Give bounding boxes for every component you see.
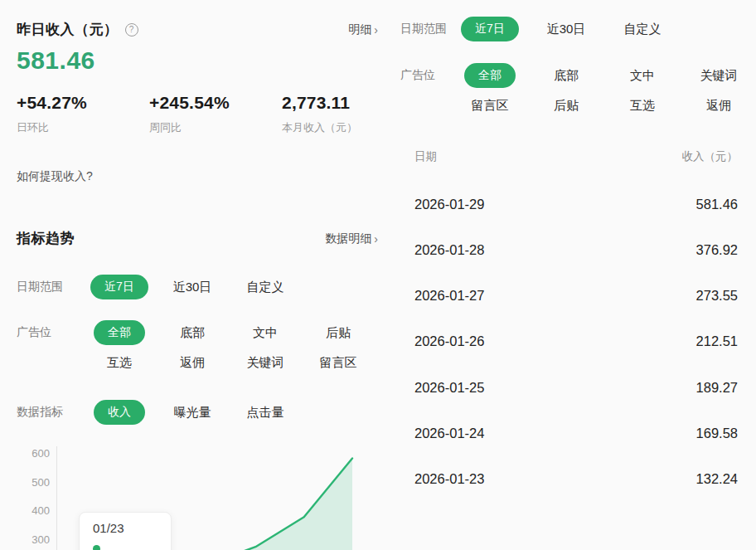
yesterday-income-title: 昨日收入（元） — [17, 20, 119, 39]
revenue-panel: 昨日收入（元） ? 明细 › 581.46 +54.27% 日环比 +245.5… — [0, 0, 381, 550]
option-last30days[interactable]: 近30日 — [547, 22, 586, 37]
filter-options: 全部 底部 文中 关键词 — [452, 63, 756, 88]
table-row[interactable]: 2026-01-23 132.24 — [414, 471, 738, 487]
filter-date-range: 日期范围 近7日 近30日 自定义 — [400, 17, 681, 41]
option-keyword[interactable]: 关键词 — [700, 68, 738, 84]
filter-ad-slot: 广告位 全部 底部 文中 后贴 — [17, 320, 375, 345]
cell-date: 2026-01-23 — [414, 471, 484, 487]
stat-week-over-week: +245.54% 周同比 — [149, 93, 282, 135]
option-all[interactable]: 全部 — [464, 63, 516, 88]
trend-chart[interactable]: 600 500 400 300 01/23 — [0, 438, 381, 550]
option-last7days[interactable]: 近7日 — [90, 275, 148, 299]
cell-income: 212.51 — [696, 333, 738, 349]
table-row[interactable]: 2026-01-26 212.51 — [414, 333, 738, 349]
cell-date: 2026-01-25 — [414, 380, 484, 396]
table-row[interactable]: 2026-01-27 273.55 — [414, 288, 738, 304]
stat-label: 周同比 — [149, 120, 282, 135]
column-header-date: 日期 — [414, 149, 437, 164]
stat-value: +245.54% — [149, 93, 282, 113]
cell-date: 2026-01-24 — [414, 426, 484, 441]
trend-title: 指标趋势 — [17, 229, 75, 248]
option-rebate[interactable]: 返佣 — [706, 98, 731, 114]
option-in-text[interactable]: 文中 — [630, 68, 655, 84]
yesterday-income-amount: 581.46 — [17, 46, 95, 75]
income-detail-panel: 日期范围 近7日 近30日 自定义 广告位 全部 底部 文中 关键词 留言区 后… — [381, 0, 756, 550]
option-bottom[interactable]: 底部 — [180, 325, 205, 341]
option-mutual[interactable]: 互选 — [630, 98, 655, 114]
option-last7days[interactable]: 近7日 — [461, 17, 519, 41]
filter-ad-slot-row2: 留言区 后贴 互选 返佣 — [452, 98, 756, 114]
how-to-withdraw-link[interactable]: 如何提现收入? — [17, 169, 93, 184]
filter-options: 近7日 近30日 自定义 — [83, 275, 302, 299]
table-row[interactable]: 2026-01-24 169.58 — [414, 426, 738, 441]
filter-label: 广告位 — [17, 325, 83, 340]
option-in-text[interactable]: 文中 — [253, 325, 278, 341]
option-mutual[interactable]: 互选 — [107, 355, 132, 371]
chevron-right-icon: › — [374, 232, 378, 246]
table-row[interactable]: 2026-01-25 189.27 — [414, 380, 738, 396]
filter-options: 收入 曝光量 点击量 — [83, 400, 302, 425]
filter-metric: 数据指标 收入 曝光量 点击量 — [17, 400, 302, 425]
income-detail-link[interactable]: 明细 — [348, 22, 371, 37]
filter-label: 广告位 — [400, 68, 452, 83]
yesterday-income-header: 昨日收入（元） ? 明细 › — [17, 20, 378, 39]
cell-date: 2026-01-26 — [414, 333, 484, 349]
option-keyword[interactable]: 关键词 — [247, 355, 284, 371]
option-post-roll[interactable]: 后贴 — [554, 98, 579, 114]
cell-income: 581.46 — [696, 197, 738, 212]
stat-value: 2,773.11 — [282, 93, 373, 113]
option-income[interactable]: 收入 — [94, 400, 145, 425]
filter-options: 近7日 近30日 自定义 — [452, 17, 681, 41]
filter-ad-slot: 广告位 全部 底部 文中 关键词 — [400, 63, 756, 88]
stat-label: 日环比 — [17, 120, 149, 135]
option-impressions[interactable]: 曝光量 — [174, 405, 211, 421]
filter-ad-slot-row2: 互选 返佣 关键词 留言区 — [83, 355, 375, 371]
trend-header: 指标趋势 数据明细 › — [17, 229, 378, 248]
option-all[interactable]: 全部 — [94, 320, 145, 345]
chevron-right-icon: › — [374, 23, 378, 37]
table-row[interactable]: 2026-01-29 581.46 — [414, 197, 738, 212]
column-header-income: 收入（元） — [682, 149, 739, 164]
cell-date: 2026-01-29 — [414, 197, 484, 212]
option-post-roll[interactable]: 后贴 — [326, 325, 351, 341]
trend-data-detail-link[interactable]: 数据明细 — [325, 231, 371, 246]
option-comments[interactable]: 留言区 — [472, 98, 509, 114]
cell-date: 2026-01-28 — [414, 242, 484, 258]
option-custom[interactable]: 自定义 — [247, 280, 284, 295]
table-row[interactable]: 2026-01-28 376.92 — [414, 242, 738, 258]
filter-label: 数据指标 — [17, 405, 83, 420]
cell-date: 2026-01-27 — [414, 288, 484, 304]
cell-income: 189.27 — [696, 380, 738, 396]
help-icon[interactable]: ? — [125, 23, 138, 37]
filter-options: 全部 底部 文中 后贴 — [83, 320, 375, 345]
stat-month-income: 2,773.11 本月收入（元） — [282, 93, 373, 135]
option-comments[interactable]: 留言区 — [320, 355, 357, 371]
option-clicks[interactable]: 点击量 — [247, 405, 284, 421]
stat-label: 本月收入（元） — [282, 120, 373, 135]
tooltip-series-dot — [93, 545, 100, 550]
table-header: 日期 收入（元） — [414, 149, 738, 164]
tooltip-date: 01/23 — [93, 521, 158, 535]
option-custom[interactable]: 自定义 — [624, 22, 662, 37]
trend-chart-svg — [0, 438, 381, 550]
option-bottom[interactable]: 底部 — [554, 68, 579, 84]
filter-label: 日期范围 — [17, 280, 83, 294]
cell-income: 132.24 — [696, 471, 738, 487]
option-last30days[interactable]: 近30日 — [173, 280, 212, 295]
income-stats-row: +54.27% 日环比 +245.54% 周同比 2,773.11 本月收入（元… — [17, 93, 373, 135]
cell-income: 376.92 — [696, 242, 738, 258]
cell-income: 169.58 — [696, 426, 738, 441]
filter-date-range: 日期范围 近7日 近30日 自定义 — [17, 275, 302, 299]
cell-income: 273.55 — [696, 288, 738, 304]
stat-value: +54.27% — [17, 93, 149, 113]
option-rebate[interactable]: 返佣 — [180, 355, 205, 371]
chart-tooltip: 01/23 — [79, 512, 172, 550]
stat-day-over-day: +54.27% 日环比 — [17, 93, 149, 135]
filter-label: 日期范围 — [400, 22, 452, 37]
